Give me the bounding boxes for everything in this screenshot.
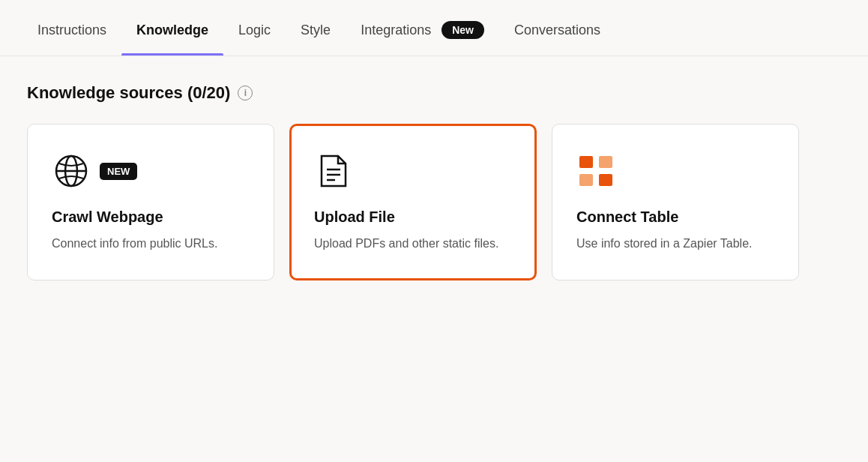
card-upload-title: Upload File (314, 208, 512, 226)
card-table-desc: Use info stored in a Zapier Table. (576, 235, 774, 253)
card-upload-desc: Upload PDFs and other static files. (314, 235, 512, 253)
card-crawl-webpage[interactable]: NEW Crawl Webpage Connect info from publ… (27, 124, 274, 280)
tab-conversations[interactable]: Conversations (499, 2, 615, 55)
card-crawl-title: Crawl Webpage (52, 208, 250, 226)
tab-integrations[interactable]: Integrations New (346, 0, 499, 56)
card-table-title: Connect Table (576, 208, 774, 226)
tab-integrations-label: Integrations (361, 22, 431, 38)
svg-rect-9 (599, 174, 612, 186)
card-connect-table[interactable]: Connect Table Use info stored in a Zapie… (552, 124, 799, 280)
main-content: Knowledge sources (0/20) i NEW Crawl Web… (0, 56, 868, 308)
svg-rect-7 (599, 156, 612, 168)
section-header: Knowledge sources (0/20) i (27, 83, 841, 103)
file-icon (314, 152, 353, 190)
globe-icon (52, 152, 91, 190)
svg-rect-6 (579, 156, 593, 168)
crawl-new-badge: NEW (100, 163, 137, 180)
card-upload-file[interactable]: Upload File Upload PDFs and other static… (289, 124, 537, 280)
tab-logic[interactable]: Logic (223, 2, 286, 55)
card-crawl-desc: Connect info from public URLs. (52, 235, 250, 253)
table-icon (576, 152, 615, 190)
integrations-new-badge: New (441, 21, 484, 39)
tab-knowledge[interactable]: Knowledge (121, 2, 223, 55)
tab-style[interactable]: Style (286, 2, 346, 55)
card-upload-icon-row (314, 152, 512, 190)
section-title: Knowledge sources (0/20) (27, 83, 230, 103)
cards-container: NEW Crawl Webpage Connect info from publ… (27, 124, 841, 280)
card-crawl-icon-row: NEW (52, 152, 250, 190)
tab-bar: Instructions Knowledge Logic Style Integ… (0, 0, 868, 56)
card-table-icon-row (576, 152, 774, 190)
info-icon[interactable]: i (238, 86, 253, 100)
svg-rect-8 (579, 174, 593, 186)
tab-instructions[interactable]: Instructions (22, 2, 121, 55)
